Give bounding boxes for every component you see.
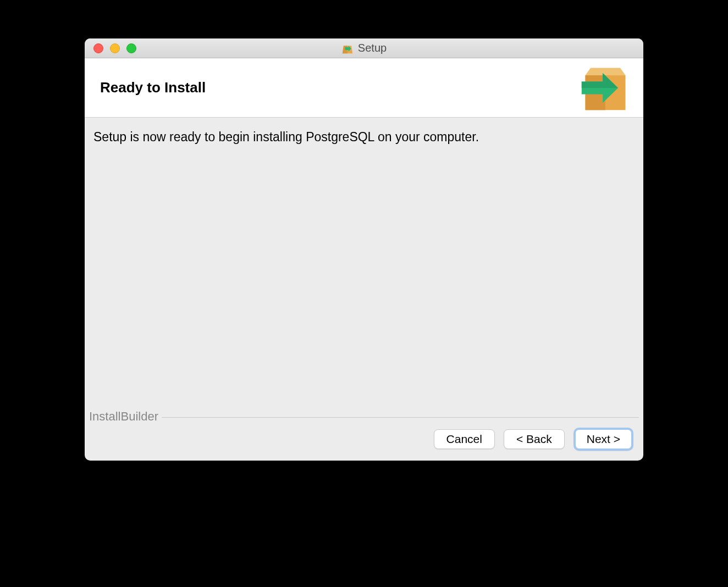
next-button[interactable]: Next > — [573, 428, 633, 451]
svg-marker-2 — [345, 46, 351, 52]
wizard-content: Setup is now ready to begin installing P… — [85, 118, 643, 418]
box-arrow-icon — [578, 62, 632, 114]
svg-marker-1 — [343, 46, 348, 53]
title-center: Setup — [85, 42, 643, 54]
minimize-icon[interactable] — [110, 43, 120, 53]
installer-window: Setup Ready to Install Setup is now read… — [85, 38, 643, 461]
close-icon[interactable] — [93, 43, 103, 53]
window-controls — [85, 43, 136, 53]
svg-marker-0 — [343, 46, 352, 53]
back-button[interactable]: < Back — [504, 429, 565, 449]
wizard-header: Ready to Install — [85, 58, 643, 118]
ready-message: Setup is now ready to begin installing P… — [93, 130, 635, 145]
wizard-footer: Cancel < Back Next > — [85, 418, 643, 461]
svg-marker-3 — [586, 68, 626, 75]
footer-divider: InstallBuilder — [89, 417, 639, 418]
box-arrow-icon — [341, 42, 354, 54]
titlebar: Setup — [85, 38, 643, 58]
maximize-icon[interactable] — [126, 43, 136, 53]
window-title: Setup — [358, 42, 387, 54]
brand-label: InstallBuilder — [89, 409, 162, 424]
cancel-button[interactable]: Cancel — [434, 429, 495, 449]
page-title: Ready to Install — [100, 79, 206, 96]
